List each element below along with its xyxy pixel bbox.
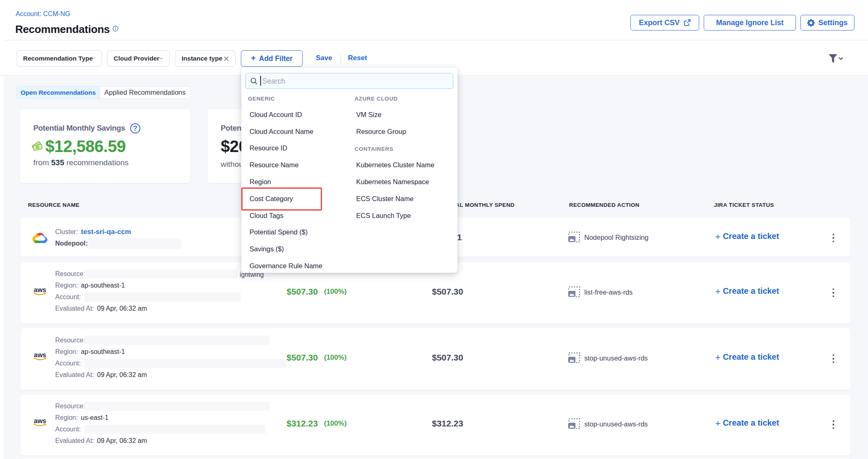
svg-text:aws: aws xyxy=(34,351,46,358)
svg-text:aws: aws xyxy=(34,286,46,293)
svg-text:aws: aws xyxy=(34,417,46,424)
